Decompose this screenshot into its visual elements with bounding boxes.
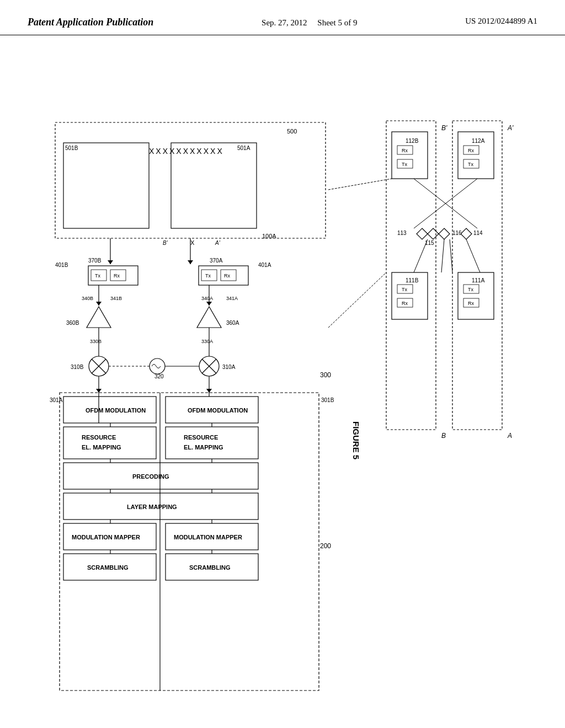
tx-370b: Tx: [95, 273, 100, 279]
label-341A: 341A: [226, 296, 238, 301]
node-116: [439, 228, 450, 239]
figure-label: FIGURE 5: [351, 421, 361, 459]
figure-5-svg: A' B' A B 112A Rx Tx 112B Rx Tx 116 114 …: [0, 35, 565, 708]
svg-line-75: [328, 272, 386, 328]
label-401A: 401A: [258, 262, 271, 268]
rx-370b: Rx: [114, 273, 120, 279]
label-401B: 401B: [55, 262, 68, 268]
scrambling-b: SCRAMBLING: [189, 564, 231, 571]
amp-360B: [87, 307, 111, 328]
tx-111a: Tx: [468, 287, 473, 292]
sheet-info: Sheet 5 of 9: [317, 18, 357, 27]
svg-rect-1: [386, 121, 436, 430]
svg-line-76: [328, 179, 392, 190]
date-sheet: Sep. 27, 2012 Sheet 5 of 9: [262, 17, 357, 29]
rx-112a: Rx: [468, 148, 474, 153]
node-113: [417, 228, 428, 239]
label-330A: 330A: [201, 339, 213, 344]
diagram-area: A' B' A B 112A Rx Tx 112B Rx Tx 116 114 …: [0, 35, 565, 708]
label-A-inner: A': [215, 240, 221, 246]
label-310B: 310B: [71, 364, 84, 370]
label-360B: 360B: [66, 320, 79, 326]
tx-112b: Tx: [402, 162, 407, 167]
patent-number: US 2012/0244899 A1: [465, 17, 537, 26]
mod-mapper-b: MODULATION MAPPER: [174, 534, 242, 540]
label-B-inner: B': [163, 240, 168, 246]
label-113: 113: [397, 230, 407, 236]
svg-line-13: [450, 239, 452, 272]
label-B-bottom: B: [441, 432, 446, 440]
rx-112b: Rx: [402, 148, 408, 153]
label-330B: 330B: [90, 339, 102, 344]
label-111A: 111A: [472, 277, 485, 283]
svg-line-12: [441, 239, 444, 272]
label-100A: 100A: [262, 233, 276, 239]
label-340A: 340A: [201, 296, 213, 301]
node-115: [428, 228, 439, 239]
publication-date: Sep. 27, 2012: [262, 18, 307, 27]
label-320: 320: [154, 373, 164, 379]
label-370B: 370B: [88, 258, 102, 264]
svg-rect-56: [166, 427, 258, 459]
layer-mapping-label: LAYER MAPPING: [127, 504, 177, 510]
label-500: 500: [287, 128, 297, 135]
svg-rect-55: [63, 427, 156, 459]
publication-title: Patent Application Publication: [28, 17, 153, 28]
label-370A: 370A: [210, 258, 223, 264]
tx-112a: Tx: [468, 162, 473, 167]
rx-370a: Rx: [224, 273, 230, 279]
svg-marker-50: [96, 389, 102, 393]
label-112B: 112B: [406, 138, 419, 144]
label-X: X: [190, 239, 195, 246]
svg-marker-34: [206, 302, 212, 306]
label-360A: 360A: [226, 320, 239, 326]
main-box-label: XXXXXXXXXXX: [149, 147, 224, 156]
svg-rect-21: [171, 143, 257, 228]
label-114: 114: [473, 230, 483, 236]
svg-marker-26: [108, 260, 113, 264]
label-200: 200: [320, 542, 331, 550]
amp-360A: [197, 307, 221, 328]
mod-mapper-a: MODULATION MAPPER: [72, 534, 140, 540]
label-301A: 301A: [50, 397, 63, 403]
label-341B: 341B: [110, 296, 122, 301]
svg-rect-0: [452, 121, 502, 430]
svg-marker-48: [206, 389, 212, 393]
label-300: 300: [320, 371, 331, 379]
svg-marker-24: [188, 260, 193, 264]
label-501A: 501A: [237, 145, 250, 151]
svg-line-11: [466, 239, 480, 272]
tx-370a: Tx: [205, 273, 211, 279]
res-el-map-a-line2: EL. MAPPING: [82, 444, 121, 451]
res-el-map-b-line2: EL. MAPPING: [184, 444, 223, 451]
node-114: [461, 228, 472, 239]
precoding-label: PRECODING: [132, 473, 169, 480]
label-B-prime-top: B': [441, 124, 447, 132]
label-A-bottom: A: [507, 432, 512, 440]
svg-rect-20: [55, 122, 326, 238]
ofdm-mod-b: OFDM MODULATION: [188, 407, 248, 414]
label-310A: 310A: [222, 364, 236, 370]
svg-rect-22: [63, 143, 149, 228]
svg-marker-36: [96, 302, 102, 306]
label-501B: 501B: [65, 145, 78, 151]
rx-111b: Rx: [402, 301, 408, 306]
svg-line-10: [414, 239, 428, 272]
res-el-map-b-line1: RESOURCE: [184, 434, 218, 441]
ofdm-mod-a: OFDM MODULATION: [86, 407, 146, 414]
label-116: 116: [452, 230, 462, 236]
label-340B: 340B: [82, 296, 93, 301]
label-A-prime-top: A': [507, 124, 514, 132]
tx-111b: Tx: [402, 287, 407, 292]
label-112A: 112A: [472, 138, 485, 144]
page-header: Patent Application Publication Sep. 27, …: [0, 0, 565, 35]
scrambling-a: SCRAMBLING: [87, 564, 129, 571]
label-111B: 111B: [406, 277, 419, 283]
res-el-map-a-line1: RESOURCE: [82, 434, 116, 441]
label-301B: 301B: [321, 397, 334, 403]
rx-111a: Rx: [468, 301, 474, 306]
